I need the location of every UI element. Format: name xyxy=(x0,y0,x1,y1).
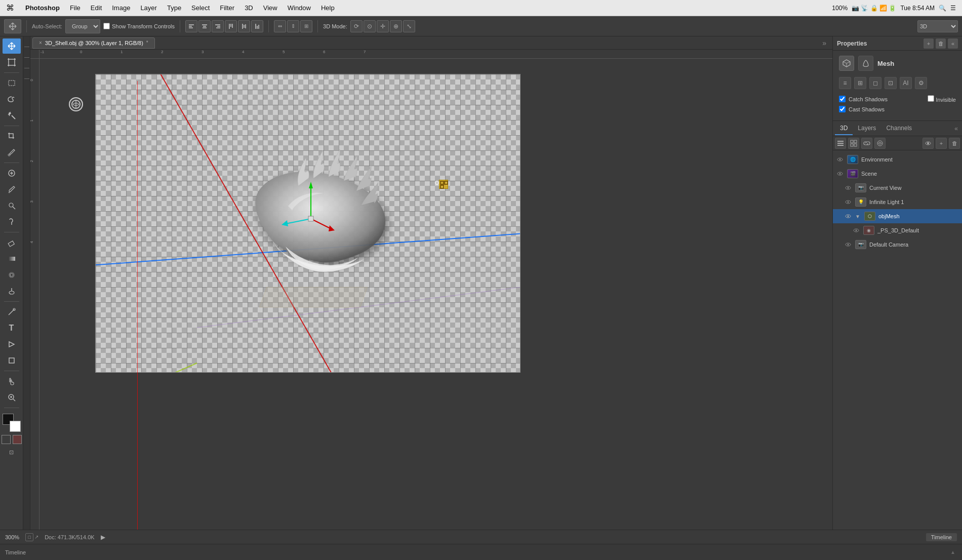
zoom-controls[interactable]: □ ↗ xyxy=(25,533,38,541)
properties-tool-1[interactable]: ≡ xyxy=(839,77,851,89)
tab-close-btn[interactable]: × xyxy=(39,40,42,46)
align-middle-btn[interactable] xyxy=(238,20,250,32)
eyedropper-tool[interactable] xyxy=(3,145,21,160)
cast-shadows-checkbox[interactable] xyxy=(839,106,846,112)
viewport[interactable] xyxy=(39,59,832,530)
roll-3d-btn[interactable]: ⊙ xyxy=(364,20,376,32)
layer-vis-current-view[interactable] xyxy=(844,184,852,192)
zoom-tool[interactable] xyxy=(3,390,21,405)
brush-tool[interactable] xyxy=(3,182,21,197)
standard-mode[interactable] xyxy=(2,435,11,444)
properties-tool-6[interactable]: ⚙ xyxy=(915,77,927,89)
menu-view[interactable]: View xyxy=(258,0,283,16)
sidebar-toggle-icon[interactable]: ☰ xyxy=(950,5,956,12)
layer-item-default-camera[interactable]: 📷 Default Camera xyxy=(833,237,962,252)
layer-item-infinite-light[interactable]: 💡 Infinite Light 1 xyxy=(833,195,962,209)
pen-tool[interactable] xyxy=(3,304,21,319)
show-transform-checkbox[interactable] xyxy=(103,23,110,29)
dist-v-btn[interactable]: ⇕ xyxy=(287,20,299,32)
move-tool-btn[interactable] xyxy=(4,19,21,33)
canvas-document[interactable] xyxy=(95,74,520,373)
invisible-checkbox[interactable] xyxy=(928,95,934,102)
cast-shadows-label[interactable]: Cast Shadows xyxy=(849,106,885,112)
menu-3d[interactable]: 3D xyxy=(239,0,258,16)
layer-visibility-btn[interactable] xyxy=(923,138,934,149)
properties-new-btn[interactable]: + xyxy=(924,38,934,49)
blur-tool[interactable] xyxy=(3,267,21,283)
layer-vis-environment[interactable] xyxy=(836,155,844,164)
dist-h-btn[interactable]: ⇔ xyxy=(274,20,286,32)
menu-file[interactable]: File xyxy=(65,0,86,16)
layer-item-objmesh[interactable]: ▼ ⬡ objMesh xyxy=(833,209,962,223)
panel-collapse-btn[interactable]: « xyxy=(952,125,960,132)
history-brush-tool[interactable] xyxy=(3,214,21,229)
layer-vis-scene[interactable] xyxy=(836,170,844,178)
invisible-label[interactable]: Invisible xyxy=(936,97,956,103)
properties-deform-icon-btn[interactable] xyxy=(858,56,873,71)
dist-spacing-btn[interactable]: ⊞ xyxy=(300,20,312,32)
layer-add-btn[interactable]: + xyxy=(936,138,947,149)
3d-navigation-indicator[interactable] xyxy=(69,97,83,111)
scale-3d-btn[interactable]: ⤡ xyxy=(403,20,415,32)
lasso-tool[interactable] xyxy=(3,92,21,107)
menu-help[interactable]: Help xyxy=(316,0,340,16)
layer-fx-btn[interactable] xyxy=(874,138,886,149)
align-right-btn[interactable] xyxy=(212,20,224,32)
spot-healing-tool[interactable] xyxy=(3,166,21,181)
shape-tool[interactable] xyxy=(3,353,21,368)
clone-stamp-tool[interactable] xyxy=(3,198,21,213)
rectangular-marquee[interactable] xyxy=(3,75,21,91)
catch-shadows-checkbox[interactable] xyxy=(839,96,846,102)
align-center-h-btn[interactable] xyxy=(198,20,211,32)
layer-list-view-btn[interactable] xyxy=(835,138,846,149)
tab-bar-collapse[interactable]: » xyxy=(818,39,830,47)
hand-tool[interactable] xyxy=(3,374,21,389)
timeline-collapse-btn[interactable]: ▲ xyxy=(949,548,957,556)
align-bottom-btn[interactable] xyxy=(251,20,263,32)
gradient-tool[interactable] xyxy=(3,251,21,266)
eraser-tool[interactable] xyxy=(3,235,21,250)
properties-delete-btn[interactable]: 🗑 xyxy=(936,38,946,49)
properties-tool-5[interactable]: AI xyxy=(900,77,912,89)
layer-item-environment[interactable]: 🌐 Environment xyxy=(833,152,962,167)
color-swatches[interactable] xyxy=(3,414,21,432)
magic-wand[interactable] xyxy=(3,108,21,123)
move-tool[interactable] xyxy=(3,38,21,54)
doc-info-arrow[interactable]: ▶ xyxy=(101,534,105,541)
align-top-btn[interactable] xyxy=(225,20,237,32)
menu-image[interactable]: Image xyxy=(107,0,135,16)
layer-vis-ps3d-default[interactable] xyxy=(852,226,860,234)
search-icon[interactable]: 🔍 xyxy=(939,5,946,12)
pan-3d-btn[interactable]: ✛ xyxy=(377,20,389,32)
menu-select[interactable]: Select xyxy=(186,0,215,16)
properties-tool-4[interactable]: ⊡ xyxy=(885,77,897,89)
crop-tool[interactable] xyxy=(3,129,21,144)
tab-layers[interactable]: Layers xyxy=(853,122,881,135)
slide-3d-btn[interactable]: ⊕ xyxy=(390,20,402,32)
properties-tool-2[interactable]: ⊞ xyxy=(854,77,866,89)
artboard-tool[interactable] xyxy=(3,55,21,70)
layer-link-btn[interactable] xyxy=(861,138,872,149)
show-transform-label[interactable]: Show Transform Controls xyxy=(112,23,175,29)
menu-type[interactable]: Type xyxy=(162,0,186,16)
layer-vis-default-camera[interactable] xyxy=(844,241,852,249)
auto-select-dropdown[interactable]: Group Layer xyxy=(65,19,100,33)
catch-shadows-label[interactable]: Catch Shadows xyxy=(849,96,888,102)
timeline-tab-btn[interactable]: Timeline xyxy=(926,533,957,541)
layer-expand-objmesh[interactable]: ▼ xyxy=(855,214,860,219)
rotate-3d-btn[interactable]: ⟳ xyxy=(350,20,363,32)
screen-mode-btn[interactable]: ⊡ xyxy=(9,449,14,456)
properties-mesh-icon-btn[interactable] xyxy=(839,56,854,71)
view-3d-dropdown[interactable]: 3D xyxy=(917,20,958,32)
menu-edit[interactable]: Edit xyxy=(86,0,107,16)
layer-grid-view-btn[interactable] xyxy=(848,138,859,149)
layer-item-current-view[interactable]: 📷 Current View xyxy=(833,181,962,195)
menu-photoshop[interactable]: Photoshop xyxy=(20,0,65,16)
layer-item-scene[interactable]: 🎬 Scene xyxy=(833,167,962,181)
layer-vis-objmesh[interactable] xyxy=(844,212,852,220)
properties-collapse-btn[interactable]: « xyxy=(948,38,958,49)
layer-vis-infinite-light[interactable] xyxy=(844,198,852,206)
dodge-tool[interactable] xyxy=(3,284,21,299)
text-tool[interactable]: T xyxy=(3,321,21,336)
menu-window[interactable]: Window xyxy=(283,0,316,16)
